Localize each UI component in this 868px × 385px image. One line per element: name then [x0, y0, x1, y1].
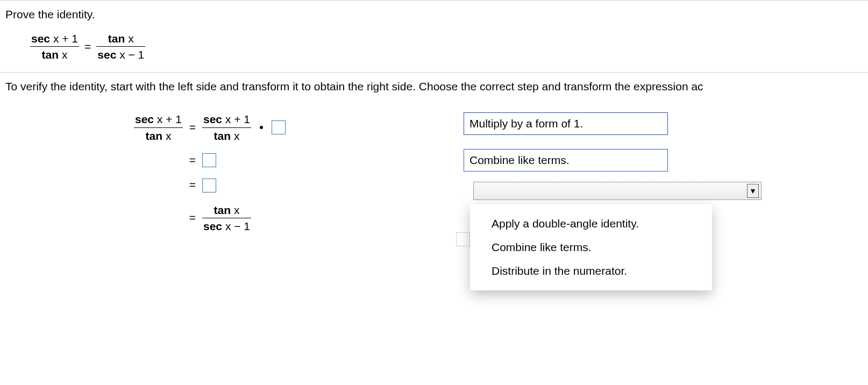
equals-sign: =	[187, 179, 198, 191]
step4-rule-input[interactable]	[456, 232, 470, 246]
step1-left-fraction: sec x + 1 tan x	[134, 112, 183, 142]
equals-sign: =	[84, 40, 91, 53]
identity-equation: sec x + 1 tan x = tan x sec x − 1	[5, 32, 863, 61]
equals-sign: =	[187, 154, 198, 167]
multiplier-input[interactable]	[272, 120, 286, 134]
rule-step1[interactable]: Multiply by a form of 1.	[464, 112, 668, 135]
rule-step2[interactable]: Combine like terms.	[464, 149, 668, 172]
step3-input[interactable]	[202, 179, 216, 192]
equals-sign: =	[187, 121, 198, 134]
dropdown-panel: Apply a double-angle identity. Combine l…	[470, 204, 712, 290]
dropdown-head[interactable]: ▼	[473, 182, 762, 200]
equals-sign: =	[187, 211, 198, 224]
work-section: To verify the identity, start with the l…	[0, 73, 868, 313]
chevron-down-icon[interactable]: ▼	[747, 184, 759, 198]
step4-right-fraction: tan x sec x − 1	[202, 203, 251, 233]
multiply-dot-icon	[260, 126, 263, 129]
problem-prompt: Prove the identity.	[5, 8, 863, 21]
dropdown-option[interactable]: Distribute in the numerator.	[470, 259, 712, 283]
dropdown-option[interactable]: Apply a double-angle identity.	[470, 212, 712, 236]
dropdown-option[interactable]: Combine like terms.	[470, 236, 712, 259]
rule-step1-label: Multiply by a form of 1.	[469, 117, 583, 130]
problem-section: Prove the identity. sec x + 1 tan x = ta…	[0, 1, 868, 72]
identity-right-fraction: tan x sec x − 1	[96, 32, 145, 61]
rule-step2-label: Combine like terms.	[469, 154, 570, 167]
step2-input[interactable]	[202, 153, 216, 167]
rule-step3-dropdown[interactable]: ▼ Apply a double-angle identity. Combine…	[473, 182, 762, 290]
step1-right-fraction: sec x + 1 tan x	[202, 112, 251, 142]
identity-left-fraction: sec x + 1 tan x	[30, 32, 79, 61]
instruction-text: To verify the identity, start with the l…	[5, 80, 863, 93]
